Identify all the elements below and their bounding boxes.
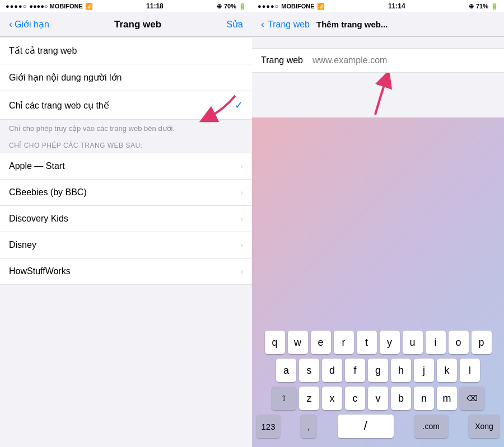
chevron-discovery: › bbox=[240, 214, 243, 223]
form-section: Trang web bbox=[252, 48, 504, 73]
chevron-apple: › bbox=[240, 162, 243, 171]
web-label-cbeebies: CBeebies (by BBC) bbox=[9, 187, 87, 197]
key-d[interactable]: d bbox=[322, 359, 342, 382]
key-c[interactable]: c bbox=[345, 387, 365, 410]
key-b[interactable]: b bbox=[391, 387, 411, 410]
web-item-apple[interactable]: Apple — Start › bbox=[0, 153, 252, 180]
key-s[interactable]: s bbox=[299, 359, 319, 382]
nav-title-left: Trang web bbox=[114, 19, 161, 30]
back-label-right[interactable]: Trang web bbox=[268, 20, 310, 30]
key-comma[interactable]: , bbox=[301, 415, 316, 438]
menu-item-adult[interactable]: Giới hạn nội dung người lớn bbox=[0, 64, 252, 91]
battery-icon-left: 🔋 bbox=[239, 3, 246, 10]
chevron-cbeebies: › bbox=[240, 188, 243, 197]
menu-label-all: Tất cả trang web bbox=[9, 45, 77, 56]
key-row-2: a s d f g h j k l bbox=[254, 359, 502, 382]
nav-bar-left: ‹ Giới hạn Trang web Sửa bbox=[0, 12, 252, 37]
key-g[interactable]: g bbox=[368, 359, 388, 382]
key-y[interactable]: y bbox=[380, 331, 400, 354]
web-items-group: Apple — Start › CBeebies (by BBC) › Disc… bbox=[0, 153, 252, 285]
key-j[interactable]: j bbox=[414, 359, 434, 382]
key-l[interactable]: l bbox=[460, 359, 480, 382]
web-label-howstuffworks: HowStuffWorks bbox=[9, 266, 71, 276]
pink-arrow-left bbox=[190, 93, 246, 126]
nav-bar-right: ‹ Trang web Thêm trang web... bbox=[252, 12, 504, 37]
key-i[interactable]: i bbox=[426, 331, 446, 354]
key-dotcom[interactable]: .com bbox=[414, 415, 448, 438]
battery-text-right: 71% bbox=[476, 3, 488, 10]
battery-text-left: 70% bbox=[224, 3, 236, 10]
web-item-howstuffworks[interactable]: HowStuffWorks › bbox=[0, 258, 252, 285]
left-panel: ●●●●○ ●●●●○ MOBIFONE 📶 11:18 ⊕ 70% 🔋 ‹ G… bbox=[0, 0, 252, 447]
wifi-icon-left: 📶 bbox=[85, 3, 93, 10]
time-left: 11:18 bbox=[146, 2, 164, 10]
key-x[interactable]: x bbox=[322, 387, 342, 410]
back-label-left: Giới hạn bbox=[15, 19, 49, 30]
key-row-1: q w e r t y u i o p bbox=[254, 331, 502, 354]
key-delete[interactable]: ⌫ bbox=[460, 387, 484, 410]
edit-button-left[interactable]: Sửa bbox=[226, 19, 243, 30]
location-icon-right: ⊕ bbox=[469, 3, 474, 10]
key-done[interactable]: Xong bbox=[469, 415, 500, 438]
chevron-disney: › bbox=[240, 241, 243, 250]
chevron-howstuffworks: › bbox=[240, 267, 243, 276]
menu-label-specific: Chỉ các trang web cụ thể bbox=[9, 100, 109, 111]
key-m[interactable]: m bbox=[437, 387, 457, 410]
form-label: Trang web bbox=[261, 55, 306, 65]
right-panel: ●●●●○ MOBIFONE 📶 11:14 ⊕ 71% 🔋 ‹ Trang w… bbox=[252, 0, 504, 447]
nav-title-right: Thêm trang web... bbox=[316, 20, 388, 29]
url-input[interactable] bbox=[312, 55, 495, 65]
battery-icon-right: 🔋 bbox=[491, 3, 498, 10]
web-item-discovery[interactable]: Discovery Kids › bbox=[0, 206, 252, 232]
key-slash[interactable]: / bbox=[338, 415, 394, 438]
key-t[interactable]: t bbox=[357, 331, 377, 354]
status-left-right: ●●●●○ MOBIFONE 📶 bbox=[258, 3, 325, 10]
key-shift[interactable]: ⇧ bbox=[272, 387, 296, 410]
section-header: CHỈ CHO PHÉP CÁC TRANG WEB SAU: bbox=[0, 137, 252, 153]
key-o[interactable]: o bbox=[449, 331, 469, 354]
key-p[interactable]: p bbox=[472, 331, 492, 354]
key-n[interactable]: n bbox=[414, 387, 434, 410]
web-item-disney[interactable]: Disney › bbox=[0, 232, 252, 258]
key-r[interactable]: r bbox=[334, 331, 354, 354]
status-bar-left: ●●●●○ ●●●●○ MOBIFONE 📶 11:18 ⊕ 70% 🔋 bbox=[0, 0, 252, 12]
status-left: ●●●●○ ●●●●○ MOBIFONE 📶 bbox=[6, 3, 93, 10]
web-label-discovery: Discovery Kids bbox=[9, 214, 68, 224]
menu-item-all-web[interactable]: Tất cả trang web bbox=[0, 37, 252, 64]
carrier-right: MOBIFONE bbox=[281, 3, 314, 10]
spacer-top bbox=[252, 37, 504, 43]
web-label-disney: Disney bbox=[9, 240, 36, 250]
key-a[interactable]: a bbox=[276, 359, 296, 382]
time-right: 11:14 bbox=[388, 2, 405, 10]
chevron-back-right: ‹ bbox=[261, 18, 264, 30]
location-icon-left: ⊕ bbox=[217, 3, 222, 10]
carrier-left: ●●●●○ MOBIFONE bbox=[29, 3, 83, 10]
key-w[interactable]: w bbox=[288, 331, 308, 354]
key-123[interactable]: 123 bbox=[256, 415, 280, 438]
key-u[interactable]: u bbox=[403, 331, 423, 354]
signal-dots-right: ●●●●○ bbox=[258, 3, 279, 10]
keyboard-bottom-spacer bbox=[252, 443, 504, 447]
arrow-right-container bbox=[252, 73, 504, 117]
key-f[interactable]: f bbox=[345, 359, 365, 382]
keyboard: q w e r t y u i o p a s d f g h j k bbox=[252, 326, 504, 443]
pink-arrow-right bbox=[342, 73, 409, 117]
key-row-3: ⇧ z x c v b n m ⌫ bbox=[254, 387, 502, 410]
key-h[interactable]: h bbox=[391, 359, 411, 382]
status-right-left: ⊕ 70% 🔋 bbox=[217, 3, 246, 10]
keyboard-area: q w e r t y u i o p a s d f g h j k bbox=[252, 117, 504, 447]
key-e[interactable]: e bbox=[311, 331, 331, 354]
key-k[interactable]: k bbox=[437, 359, 457, 382]
status-bar-right: ●●●●○ MOBIFONE 📶 11:14 ⊕ 71% 🔋 bbox=[252, 0, 504, 12]
wifi-icon-right: 📶 bbox=[317, 3, 325, 10]
key-q[interactable]: q bbox=[265, 331, 285, 354]
key-z[interactable]: z bbox=[299, 387, 319, 410]
web-label-apple: Apple — Start bbox=[9, 161, 65, 171]
signal-dots-left: ●●●●○ bbox=[6, 3, 27, 10]
back-button-left[interactable]: ‹ Giới hạn bbox=[9, 18, 49, 30]
chevron-back-left: ‹ bbox=[9, 18, 12, 30]
web-item-cbeebies[interactable]: CBeebies (by BBC) › bbox=[0, 180, 252, 206]
key-v[interactable]: v bbox=[368, 387, 388, 410]
key-row-bottom: 123 , / .com Xong bbox=[254, 415, 502, 438]
status-right-right: ⊕ 71% 🔋 bbox=[469, 3, 498, 10]
